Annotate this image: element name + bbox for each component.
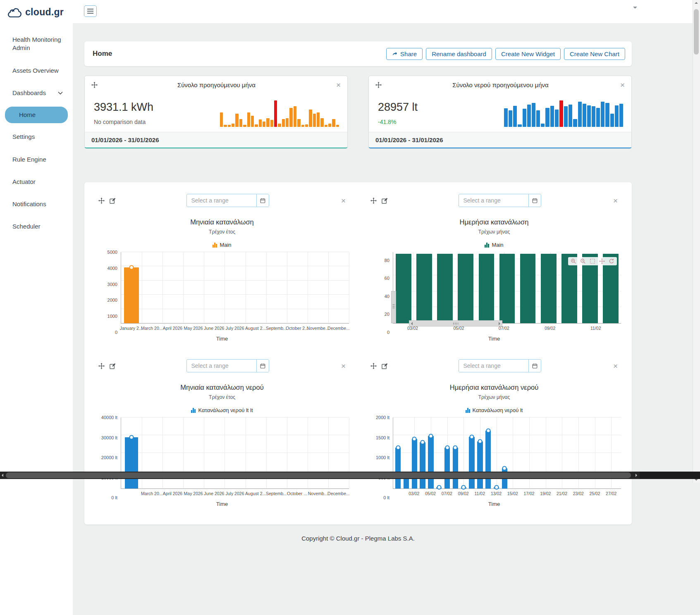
calendar-button[interactable] [256, 194, 269, 207]
sidebar-item-label: Rule Engine [12, 156, 46, 163]
legend-label: Κατανάλωση νερού lt [473, 407, 523, 413]
bar-chart-daily-energy: 020406080 [367, 252, 621, 332]
close-widget-button[interactable]: × [619, 81, 626, 89]
pan-icon[interactable] [599, 258, 605, 264]
edit-widget-button[interactable] [382, 198, 388, 204]
x-axis-title: Time [367, 336, 621, 342]
scroll-grip[interactable] [453, 322, 459, 325]
sidebar-item-scheduler[interactable]: Scheduler [0, 215, 73, 238]
app-logo[interactable]: cloud.gr [0, 0, 73, 29]
page-horizontal-scrollbar[interactable] [0, 472, 700, 479]
close-widget-button[interactable]: × [612, 362, 619, 370]
kpi-comparison-note: No comparison data [94, 119, 153, 125]
move-widget-handle[interactable] [375, 82, 382, 88]
legend-series-icon [213, 243, 217, 248]
zoom-out-icon[interactable] [580, 258, 586, 264]
date-range-picker [186, 359, 269, 372]
edit-widget-button[interactable] [110, 363, 116, 369]
zoom-in-icon[interactable] [571, 258, 576, 264]
zoom-selection-icon[interactable] [590, 258, 595, 264]
menu-toggle-button[interactable] [84, 5, 97, 17]
calendar-button[interactable] [528, 194, 541, 207]
sidebar-item-label: Home [19, 111, 36, 118]
date-range-picker [186, 194, 269, 207]
chart-widget-daily-water: × Ημερήσια κατανάλωση νερού Τρέχων μήνας… [367, 356, 621, 507]
share-button[interactable]: Share [386, 48, 423, 60]
chart-subtitle: Τρέχων μήνας [367, 394, 621, 400]
create-new-chart-button[interactable]: Create New Chart [564, 48, 625, 60]
move-widget-handle[interactable] [98, 198, 105, 204]
scroll-left-arrow[interactable] [411, 322, 413, 325]
sidebar-item-notifications[interactable]: Notifications [0, 193, 73, 215]
move-widget-handle[interactable] [91, 82, 98, 88]
date-range-picker [459, 359, 541, 372]
close-widget-button[interactable]: × [612, 197, 619, 205]
sidebar-item-label: Actuator [12, 178, 36, 185]
chart-horizontal-scrollbar[interactable] [409, 320, 502, 327]
sidebar-item-rule-engine[interactable]: Rule Engine [0, 148, 73, 171]
user-menu-caret[interactable] [633, 7, 637, 11]
move-widget-handle[interactable] [370, 363, 377, 369]
dashboard-header: Home Share Rename dashboard Create New W… [84, 41, 632, 66]
close-widget-button[interactable]: × [335, 81, 342, 89]
scroll-up-arrow[interactable] [695, 2, 698, 4]
date-range-input[interactable] [187, 360, 256, 372]
sidebar-nav: Health Monitoring Admin Assets Overview … [0, 29, 73, 238]
date-range-picker [459, 194, 541, 207]
sidebar-item-label: Notifications [12, 200, 46, 207]
rename-dashboard-button[interactable]: Rename dashboard [426, 48, 492, 60]
edit-widget-button[interactable] [382, 363, 388, 369]
y-axis: 0 lt500 lt1000 lt1500 lt2000 lt [367, 417, 393, 498]
sidebar-item-actuator[interactable]: Actuator [0, 171, 73, 193]
horizontal-scroll-thumb[interactable] [6, 472, 631, 478]
sidebar-item-assets-overview[interactable]: Assets Overview [0, 60, 73, 82]
close-widget-button[interactable]: × [340, 197, 346, 205]
sidebar-item-settings[interactable]: Settings [0, 126, 73, 148]
scroll-right-arrow[interactable] [635, 474, 637, 477]
sidebar-item-label: Settings [12, 133, 35, 140]
x-axis-title: Time [95, 501, 349, 507]
move-widget-handle[interactable] [370, 198, 377, 204]
reset-zoom-icon[interactable] [609, 258, 614, 264]
create-new-widget-button[interactable]: Create New Widget [495, 48, 561, 60]
chart-zoom-toolbar [568, 257, 617, 265]
chart-legend: Κατανάλωση νερού lt [367, 407, 621, 413]
y-axis: 010002000300040005000 [95, 252, 121, 332]
page-title: Home [93, 50, 112, 58]
move-widget-handle[interactable] [98, 363, 105, 369]
sidebar-item-label: Dashboards [12, 89, 46, 97]
edit-widget-button[interactable] [110, 198, 116, 204]
vertical-scroll-thumb[interactable] [694, 9, 699, 55]
scroll-down-arrow[interactable] [695, 479, 698, 481]
sidebar-item-home[interactable]: Home [5, 107, 68, 123]
chart-widget-daily-energy: × Ημερήσια κατανάλωση Τρέχων μήνας Main … [367, 191, 621, 342]
sidebar-item-dashboards[interactable]: Dashboards [0, 82, 73, 104]
scroll-right-arrow[interactable] [499, 322, 500, 325]
header-actions: Share Rename dashboard Create New Widget… [386, 48, 625, 60]
topbar [73, 0, 700, 23]
date-range-input[interactable] [187, 194, 256, 207]
chart-title: Μηνιαία κατανάλωση [95, 218, 349, 226]
calendar-button[interactable] [256, 360, 269, 372]
plot-area [121, 252, 349, 324]
chart-vertical-scrollbar[interactable] [391, 291, 396, 323]
bar-chart-daily-water: 0 lt500 lt1000 lt1500 lt2000 lt 03/0205/… [367, 417, 621, 498]
chart-title: Μηνιαία κατανάλωση νερού [95, 384, 349, 391]
x-axis: 03/0205/0207/0209/0211/02 [393, 326, 621, 332]
page-vertical-scrollbar[interactable] [693, 0, 700, 483]
chart-subtitle: Τρέχον έτος [95, 229, 349, 235]
sidebar-item-health-monitoring-admin[interactable]: Health Monitoring Admin [0, 29, 73, 60]
kpi-widget-water-total: Σύνολο νερού προηγούμενου μήνα × 28957 l… [368, 76, 632, 148]
chart-subtitle: Τρέχων μήνας [367, 229, 621, 235]
legend-series-icon [485, 243, 489, 248]
kpi-title: Σύνολο προηγούμενου μήνα [98, 81, 335, 88]
close-widget-button[interactable]: × [340, 362, 346, 370]
calendar-button[interactable] [528, 360, 541, 372]
date-range-input[interactable] [459, 360, 528, 372]
kpi-date-range: 01/01/2026 - 31/01/2026 [85, 132, 347, 148]
scroll-left-arrow[interactable] [2, 474, 3, 477]
date-range-input[interactable] [459, 194, 528, 207]
chart-title: Ημερήσια κατανάλωση νερού [367, 384, 621, 391]
brand-name: cloud.gr [25, 7, 64, 18]
sidebar: cloud.gr Health Monitoring Admin Assets … [0, 0, 73, 615]
